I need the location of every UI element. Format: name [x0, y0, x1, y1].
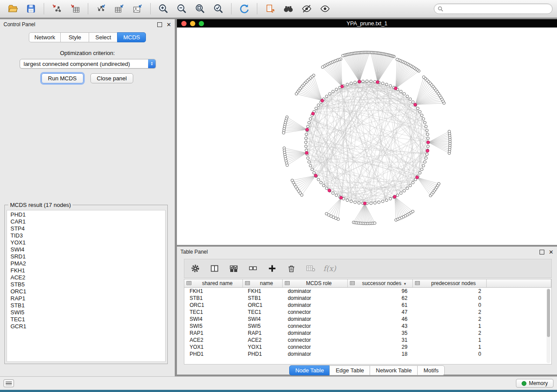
cell-predecessor-nodes[interactable]: 2	[413, 316, 487, 323]
mcds-result-item[interactable]: PHD1	[7, 211, 165, 218]
cell-shared-name[interactable]: ACE2	[184, 337, 242, 344]
cell-successor-nodes[interactable]: 29	[347, 344, 413, 351]
mcds-result-item[interactable]: TID3	[7, 232, 165, 239]
cell-successor-nodes[interactable]: 35	[347, 330, 413, 337]
cell-successor-nodes[interactable]: 43	[347, 323, 413, 330]
export-network-icon[interactable]	[93, 2, 109, 16]
tab-select[interactable]: Select	[89, 32, 118, 42]
mcds-result-item[interactable]: SWI4	[7, 246, 165, 253]
cell-MCDS-role[interactable]: dominator	[283, 295, 348, 302]
close-panel-icon[interactable]: ✕	[166, 23, 171, 27]
cell-shared-name[interactable]: PHD1	[184, 351, 242, 358]
cell-predecessor-nodes[interactable]: 2	[413, 288, 487, 295]
tab-edge-table[interactable]: Edge Table	[329, 365, 370, 375]
cell-successor-nodes[interactable]: 96	[347, 288, 413, 295]
cell-predecessor-nodes[interactable]: 2	[413, 330, 487, 337]
cell-successor-nodes[interactable]: 61	[347, 302, 413, 309]
mcds-result-list[interactable]: PHD1CAR1STP4TID3YOX1SWI4SRD1PMA2FKH1ACE2…	[7, 210, 166, 362]
cell-name[interactable]: ACE2	[242, 337, 282, 344]
cell-predecessor-nodes[interactable]: 1	[413, 323, 487, 330]
mcds-result-item[interactable]: FKH1	[7, 267, 165, 274]
minimize-window-icon[interactable]	[190, 21, 195, 26]
cell-MCDS-role[interactable]: connector	[283, 309, 348, 316]
show-details-icon[interactable]	[317, 2, 333, 16]
table-row[interactable]: YOX1YOX1connector291	[184, 344, 551, 351]
cell-predecessor-nodes[interactable]: 1	[413, 344, 487, 351]
mcds-result-item[interactable]: RAP1	[7, 295, 165, 302]
cell-successor-nodes[interactable]: 31	[347, 337, 413, 344]
cell-MCDS-role[interactable]: connector	[283, 344, 348, 351]
network-canvas-svg[interactable]	[177, 28, 557, 245]
cell-predecessor-nodes[interactable]: 1	[413, 337, 487, 344]
import-network-icon[interactable]	[48, 2, 65, 16]
cell-successor-nodes[interactable]: 47	[347, 309, 413, 316]
tab-network[interactable]: Network	[29, 32, 61, 42]
import-table-icon[interactable]	[67, 2, 83, 16]
hide-details-icon[interactable]	[298, 2, 315, 16]
tab-node-table[interactable]: Node Table	[289, 365, 330, 375]
zoom-fit-icon[interactable]	[192, 2, 208, 16]
cell-shared-name[interactable]: FKH1	[184, 288, 242, 295]
task-history-icon[interactable]	[3, 379, 14, 387]
cell-name[interactable]: STB1	[242, 295, 282, 302]
deselect-all-icon[interactable]	[246, 262, 259, 275]
search-network-icon[interactable]	[280, 2, 297, 16]
cell-predecessor-nodes[interactable]: 2	[413, 309, 487, 316]
table-row[interactable]: STB1STB1dominator620	[184, 295, 551, 302]
maximize-window-icon[interactable]	[199, 21, 204, 26]
float-panel-icon[interactable]	[157, 22, 162, 27]
table-row[interactable]: SWI4SWI4dominator462	[184, 316, 551, 323]
column-header-shared-name[interactable]: shared name	[184, 279, 242, 288]
memory-button[interactable]: Memory	[516, 379, 554, 388]
criterion-dropdown[interactable]: largest connected component (undirected)…	[20, 59, 156, 69]
cell-name[interactable]: TEC1	[242, 309, 282, 316]
cell-MCDS-role[interactable]: connector	[283, 323, 348, 330]
save-session-icon[interactable]	[23, 2, 39, 16]
cell-name[interactable]: FKH1	[242, 288, 282, 295]
cell-successor-nodes[interactable]: 18	[347, 351, 413, 358]
open-session-icon[interactable]	[4, 2, 21, 16]
mcds-result-item[interactable]: TEC1	[7, 316, 165, 323]
table-row[interactable]: PHD1PHD1dominator180	[184, 351, 551, 358]
float-table-panel-icon[interactable]	[540, 250, 544, 254]
table-row[interactable]: ACE2ACE2connector311	[184, 337, 551, 344]
scrollbar-thumb[interactable]	[547, 289, 550, 337]
cell-MCDS-role[interactable]: dominator	[283, 351, 348, 358]
close-table-panel-icon[interactable]: ✕	[549, 250, 554, 254]
delete-column-icon[interactable]	[285, 262, 298, 275]
refresh-layout-icon[interactable]	[236, 2, 253, 16]
cell-MCDS-role[interactable]: dominator	[283, 302, 348, 309]
mcds-result-item[interactable]: PMA2	[7, 260, 165, 267]
tab-motifs[interactable]: Motifs	[417, 365, 445, 375]
cell-name[interactable]: RAP1	[242, 330, 282, 337]
column-header-predecessor-nodes[interactable]: predecessor nodes	[413, 279, 487, 288]
cell-MCDS-role[interactable]: dominator	[283, 288, 348, 295]
cell-name[interactable]: SWI4	[242, 316, 282, 323]
cell-shared-name[interactable]: SWI4	[184, 316, 242, 323]
table-row[interactable]: RAP1RAP1dominator352	[184, 330, 551, 337]
select-all-icon[interactable]	[227, 262, 240, 275]
column-header-name[interactable]: name	[242, 279, 282, 288]
zoom-selected-icon[interactable]	[210, 2, 227, 16]
mcds-result-item[interactable]: STB5	[7, 281, 165, 288]
column-header-successor-nodes[interactable]: successor nodes▾	[347, 279, 413, 288]
cell-MCDS-role[interactable]: dominator	[283, 316, 348, 323]
zoom-in-icon[interactable]	[155, 2, 172, 16]
cell-shared-name[interactable]: SWI5	[184, 323, 242, 330]
cell-shared-name[interactable]: YOX1	[184, 344, 242, 351]
mcds-result-item[interactable]: YOX1	[7, 239, 165, 246]
mcds-result-item[interactable]: SWI5	[7, 309, 165, 316]
cell-shared-name[interactable]: TEC1	[184, 309, 242, 316]
close-window-icon[interactable]	[181, 21, 187, 26]
tab-mcds[interactable]: MCDS	[117, 32, 146, 42]
mcds-result-item[interactable]: SRD1	[7, 253, 165, 260]
table-row[interactable]: ORC1ORC1dominator610	[184, 302, 551, 309]
tab-style[interactable]: Style	[60, 32, 89, 42]
table-row[interactable]: SWI5SWI5connector431	[184, 323, 551, 330]
mcds-result-item[interactable]: CAR1	[7, 218, 165, 225]
table-row[interactable]: TEC1TEC1connector472	[184, 309, 551, 316]
network-window-titlebar[interactable]: YPA_prune.txt_1	[177, 19, 557, 28]
mcds-result-item[interactable]: GCR1	[7, 323, 165, 330]
mcds-result-item[interactable]: STP4	[7, 225, 165, 232]
cell-predecessor-nodes[interactable]: 0	[413, 351, 487, 358]
